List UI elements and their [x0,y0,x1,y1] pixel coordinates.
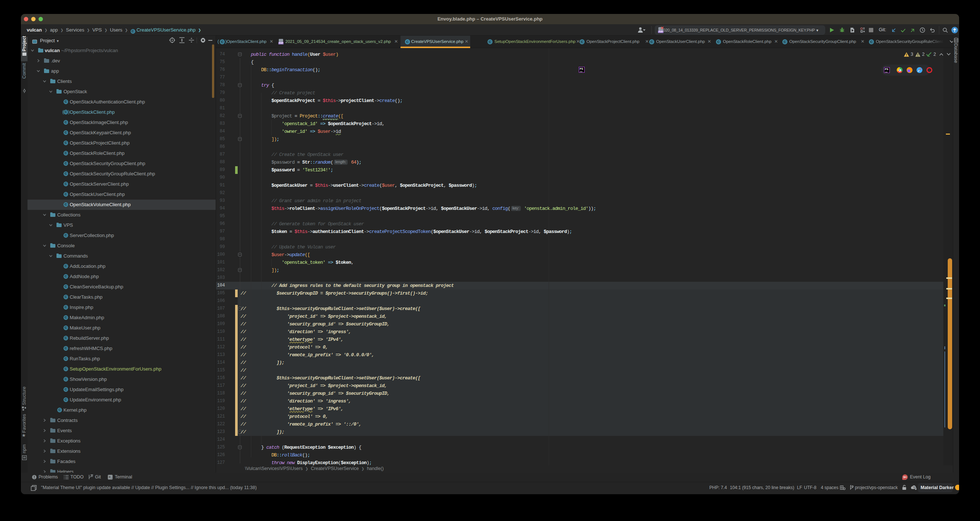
svg-text:?: ? [913,486,915,489]
